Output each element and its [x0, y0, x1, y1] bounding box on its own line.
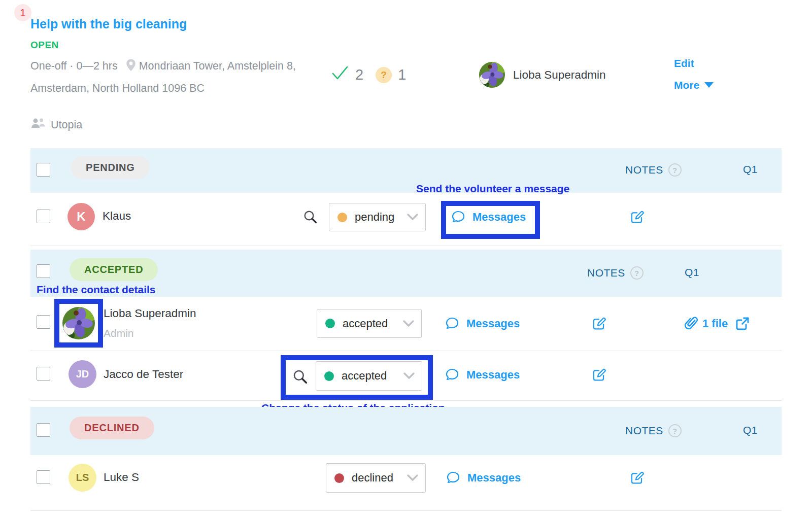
attachment-link[interactable]: 1 file: [684, 316, 750, 331]
note-edit-icon[interactable]: [592, 367, 607, 384]
notes-label: NOTES: [625, 425, 663, 437]
status-value: pending: [355, 211, 407, 224]
chevron-down-icon: [403, 320, 414, 327]
q1-column-header: Q1: [743, 424, 758, 436]
more-button[interactable]: More: [674, 79, 714, 91]
group-name: Utopia: [51, 119, 82, 131]
row-checkbox-lioba[interactable]: [37, 315, 50, 329]
application-stats: 2 ? 1: [331, 65, 406, 85]
messages-button-luke[interactable]: Messages: [446, 471, 521, 485]
messages-label: Messages: [466, 368, 520, 382]
row-checkbox-luke[interactable]: [37, 470, 50, 484]
notes-column-header: NOTES ?: [625, 163, 682, 177]
chat-bubble-icon: [445, 368, 459, 382]
messages-button-klaus[interactable]: Messages: [451, 210, 526, 224]
pending-count: 1: [398, 66, 406, 83]
search-icon[interactable]: [303, 210, 318, 226]
section-badge-pending: PENDING: [71, 156, 150, 179]
chat-bubble-icon: [446, 471, 460, 485]
external-link-icon: [735, 317, 750, 331]
messages-label: Messages: [466, 317, 520, 330]
paperclip-icon: [684, 316, 698, 331]
pending-dot: [337, 213, 347, 222]
search-icon[interactable]: [292, 369, 308, 387]
annotation-find-contact: Find the contact details: [37, 284, 156, 296]
select-all-pending-checkbox[interactable]: [37, 163, 50, 177]
chat-bubble-icon: [445, 317, 459, 331]
accepted-check-icon: [331, 65, 349, 85]
chevron-down-icon: [407, 214, 418, 221]
notes-label: NOTES: [625, 164, 663, 176]
location-pin-icon: [125, 58, 137, 79]
volunteer-role: Admin: [104, 327, 134, 339]
notification-badge: 1: [14, 4, 31, 21]
chevron-down-icon: [403, 372, 415, 379]
messages-button-jacco[interactable]: Messages: [445, 368, 520, 382]
note-edit-icon[interactable]: [630, 209, 645, 226]
notes-label: NOTES: [587, 267, 625, 279]
declined-dot: [334, 473, 344, 483]
annotation-send-message: Send the volunteer a message: [416, 183, 569, 195]
chat-bubble-icon: [451, 210, 465, 224]
avatar-luke[interactable]: LS: [69, 464, 96, 492]
group-row: Utopia: [30, 117, 82, 132]
avatar-jacco[interactable]: JD: [69, 360, 96, 388]
note-edit-icon[interactable]: [630, 470, 645, 487]
volunteer-name[interactable]: Jacco de Tester: [104, 368, 183, 381]
group-icon: [30, 117, 46, 132]
avatar-klaus[interactable]: K: [67, 203, 95, 230]
status-dropdown-klaus[interactable]: pending: [329, 203, 426, 231]
q1-column-header: Q1: [743, 163, 758, 176]
status-dropdown-luke[interactable]: declined: [326, 463, 426, 493]
volunteer-name[interactable]: Luke S: [104, 471, 139, 484]
volunteer-name[interactable]: Klaus: [103, 210, 131, 223]
chevron-down-icon: [407, 474, 418, 481]
edit-button[interactable]: Edit: [674, 57, 694, 70]
status-dropdown-jacco[interactable]: accepted: [316, 361, 422, 391]
section-badge-accepted: ACCEPTED: [70, 258, 158, 281]
section-badge-declined: DECLINED: [70, 417, 154, 439]
accepted-count: 2: [355, 66, 363, 83]
select-all-accepted-checkbox[interactable]: [37, 264, 50, 278]
pending-question-icon: ?: [376, 67, 392, 83]
event-details: One-off · 0—2 hrsMondriaan Tower, Amstel…: [30, 56, 315, 98]
page-title[interactable]: Help with the big cleaning: [30, 17, 187, 31]
notes-column-header: NOTES ?: [625, 424, 682, 437]
row-checkbox-jacco[interactable]: [37, 367, 50, 381]
messages-label: Messages: [467, 471, 521, 485]
volunteer-name[interactable]: Lioba Superadmin: [104, 307, 196, 320]
owner-name: Lioba Superadmin: [513, 68, 606, 82]
select-all-declined-checkbox[interactable]: [37, 423, 50, 437]
status-value: accepted: [343, 317, 403, 330]
volunteer-event-page: 1 Help with the big cleaning OPEN One-of…: [0, 0, 812, 518]
row-checkbox-klaus[interactable]: [37, 210, 50, 223]
more-label: More: [674, 79, 699, 91]
attachment-label: 1 file: [702, 317, 728, 330]
messages-label: Messages: [472, 211, 526, 224]
note-edit-icon[interactable]: [592, 316, 607, 333]
owner-avatar[interactable]: [479, 62, 505, 88]
status-label: OPEN: [30, 40, 59, 51]
status-dropdown-lioba[interactable]: accepted: [317, 309, 422, 338]
status-value: accepted: [342, 369, 403, 383]
help-icon[interactable]: ?: [630, 266, 644, 280]
avatar-lioba[interactable]: [62, 307, 95, 339]
chevron-down-icon: [704, 82, 714, 88]
messages-button-lioba[interactable]: Messages: [445, 317, 520, 331]
q1-column-header: Q1: [685, 266, 699, 279]
notes-column-header: NOTES ?: [587, 266, 644, 280]
status-value: declined: [352, 471, 407, 485]
help-icon[interactable]: ?: [668, 163, 682, 177]
help-icon[interactable]: ?: [668, 424, 682, 437]
accepted-dot: [325, 319, 335, 328]
accepted-dot: [324, 371, 334, 381]
event-schedule: One-off · 0—2 hrs: [30, 60, 118, 72]
